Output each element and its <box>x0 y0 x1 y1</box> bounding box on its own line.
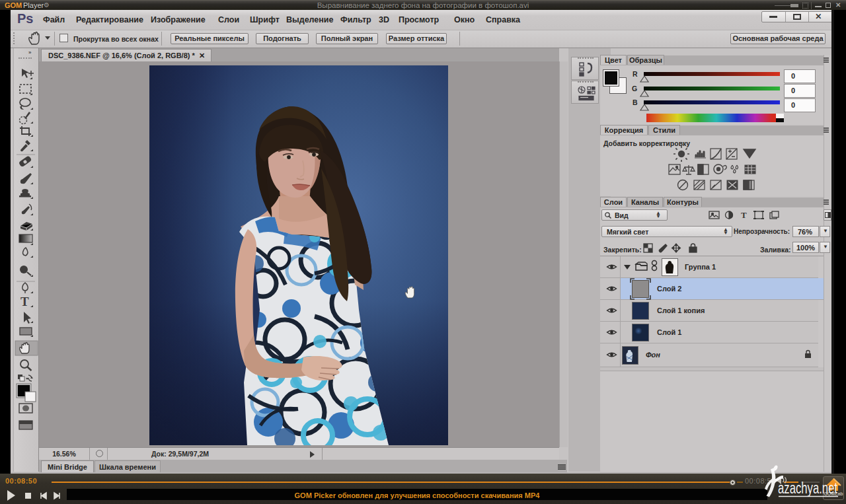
svg-text:azachya.net: azachya.net <box>778 480 837 497</box>
svg-text:T: T <box>741 210 747 220</box>
svg-text:T: T <box>20 295 29 308</box>
